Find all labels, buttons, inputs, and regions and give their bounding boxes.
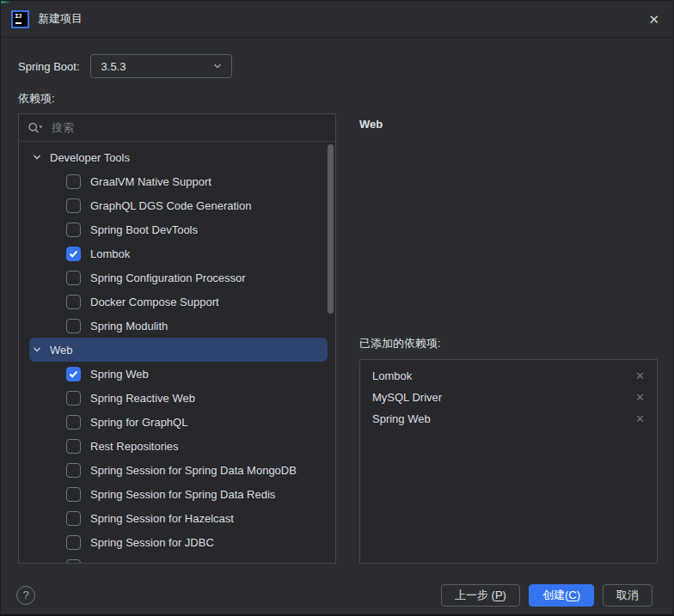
dependency-label: Lombok bbox=[90, 247, 130, 260]
dependency-item[interactable]: GraalVM Native Support bbox=[19, 169, 335, 193]
dependency-label: Spring Configuration Processor bbox=[90, 271, 246, 284]
group-label: Web bbox=[50, 344, 73, 357]
added-dependency-label: Lombok bbox=[372, 369, 412, 382]
button-text: 上一步 ( bbox=[455, 588, 495, 603]
checkbox[interactable] bbox=[66, 223, 81, 237]
checkbox[interactable] bbox=[66, 439, 81, 454]
dependency-label: GraalVM Native Support bbox=[90, 175, 211, 188]
selected-group-title: Web bbox=[359, 118, 383, 131]
group-label: Developer Tools bbox=[50, 151, 130, 164]
dependency-label: GraphQL DGS Code Generation bbox=[90, 199, 251, 212]
dependency-item[interactable]: Spring Session for Spring Data Redis bbox=[19, 482, 335, 506]
search-placeholder: 搜索 bbox=[52, 120, 74, 136]
chevron-down-icon bbox=[32, 152, 42, 162]
dependencies-panel: 搜索 Developer Tools GraalVM Native Suppor… bbox=[18, 113, 336, 564]
checkbox[interactable] bbox=[66, 487, 81, 502]
checkbox[interactable] bbox=[66, 463, 81, 478]
spring-boot-version-value: 3.5.3 bbox=[101, 60, 126, 73]
dependency-label: Spring Session for Hazelcast bbox=[90, 512, 234, 525]
dialog-footer: ? 上一步 (P) 创建(C) 取消 bbox=[1, 583, 673, 607]
added-dependency-label: Spring Web bbox=[372, 412, 431, 425]
logo-dash bbox=[15, 22, 21, 24]
dependency-label: Rest Repositories bbox=[90, 440, 179, 453]
dependency-item[interactable]: Docker Compose Support bbox=[19, 290, 335, 314]
added-dependency-label: MySQL Driver bbox=[372, 391, 442, 404]
checkbox[interactable] bbox=[66, 535, 81, 550]
dependency-label: Docker Compose Support bbox=[90, 296, 219, 308]
footer-buttons: 上一步 (P) 创建(C) 取消 bbox=[441, 584, 653, 607]
dependencies-tree: Developer Tools GraalVM Native Support G… bbox=[19, 142, 335, 563]
added-dependency-row[interactable]: Spring Web ✕ bbox=[360, 408, 657, 430]
dependency-item[interactable]: Rest Repositories HAL Explorer bbox=[19, 554, 335, 563]
dependency-item[interactable]: Spring Web bbox=[19, 362, 335, 386]
chevron-down-icon bbox=[32, 345, 42, 355]
dialog-title: 新建项目 bbox=[38, 11, 83, 27]
close-icon[interactable]: ✕ bbox=[648, 13, 659, 26]
search-history-arrow bbox=[39, 125, 42, 128]
dependency-item[interactable]: Spring for GraphQL bbox=[19, 410, 335, 434]
remove-icon[interactable]: ✕ bbox=[635, 413, 645, 424]
spring-boot-version-select[interactable]: 3.5.3 bbox=[90, 54, 232, 78]
logo-text: IJ bbox=[15, 12, 21, 20]
button-mnemonic: P bbox=[495, 589, 503, 601]
spring-boot-label: Spring Boot: bbox=[18, 60, 80, 73]
dependency-item[interactable]: Spring Modulith bbox=[19, 314, 335, 338]
titlebar: IJ 新建项目 ✕ bbox=[1, 1, 673, 38]
dependencies-label: 依赖项: bbox=[18, 91, 55, 107]
vertical-scrollbar[interactable] bbox=[328, 144, 334, 314]
dependency-label: Rest Repositories HAL Explorer bbox=[90, 560, 248, 564]
dependency-item[interactable]: Spring Boot DevTools bbox=[19, 217, 335, 241]
remove-icon[interactable]: ✕ bbox=[635, 370, 645, 381]
search-icon bbox=[28, 121, 44, 135]
checkbox[interactable] bbox=[66, 271, 81, 285]
dependency-item[interactable]: GraphQL DGS Code Generation bbox=[19, 193, 335, 217]
search-input[interactable]: 搜索 bbox=[19, 114, 335, 142]
cancel-button[interactable]: 取消 bbox=[603, 584, 653, 607]
dependency-item[interactable]: Rest Repositories bbox=[19, 434, 335, 458]
checkbox[interactable] bbox=[66, 391, 81, 406]
checkbox[interactable] bbox=[66, 367, 81, 381]
spring-boot-row: Spring Boot: 3.5.3 bbox=[18, 54, 232, 78]
dependency-label: Spring Session for JDBC bbox=[90, 536, 214, 549]
dependency-group-developer-tools[interactable]: Developer Tools bbox=[19, 145, 335, 169]
dependency-label: Spring Boot DevTools bbox=[90, 223, 198, 236]
dependency-item[interactable]: Spring Session for Spring Data MongoDB bbox=[19, 458, 335, 482]
button-mnemonic: C bbox=[568, 589, 576, 601]
button-text: ) bbox=[503, 589, 506, 601]
dependency-item[interactable]: Spring Reactive Web bbox=[19, 386, 335, 410]
previous-step-button[interactable]: 上一步 (P) bbox=[441, 584, 520, 607]
window-corner-artifact bbox=[1, 1, 11, 3]
added-dependencies-label: 已添加的依赖项: bbox=[359, 336, 441, 351]
dependency-label: Spring Session for Spring Data MongoDB bbox=[90, 464, 297, 477]
added-dependency-row[interactable]: MySQL Driver ✕ bbox=[360, 387, 657, 408]
dependency-label: Spring Session for Spring Data Redis bbox=[90, 488, 275, 501]
checkbox[interactable] bbox=[66, 511, 81, 526]
dependency-label: Spring Modulith bbox=[90, 320, 168, 332]
intellij-logo-icon: IJ bbox=[11, 10, 29, 28]
chevron-down-icon bbox=[212, 61, 223, 71]
dependency-label: Spring Web bbox=[90, 368, 149, 381]
new-project-dialog: IJ 新建项目 ✕ Spring Boot: 3.5.3 依赖项: 搜索 bbox=[0, 0, 674, 616]
checkbox[interactable] bbox=[66, 559, 81, 564]
dependency-item[interactable]: Spring Session for Hazelcast bbox=[19, 506, 335, 530]
dependency-label: Spring Reactive Web bbox=[90, 392, 195, 405]
checkbox[interactable] bbox=[66, 247, 81, 261]
checkbox[interactable] bbox=[66, 198, 81, 213]
checkbox[interactable] bbox=[66, 415, 81, 430]
dependency-item[interactable]: Spring Session for JDBC bbox=[19, 530, 335, 554]
checkbox[interactable] bbox=[66, 174, 81, 189]
dependency-item[interactable]: Spring Configuration Processor bbox=[19, 265, 335, 290]
button-text: ) bbox=[577, 589, 580, 601]
checkbox[interactable] bbox=[66, 295, 81, 309]
dependency-group-web[interactable]: Web bbox=[29, 338, 328, 362]
added-dependency-row[interactable]: Lombok ✕ bbox=[360, 365, 657, 387]
help-icon[interactable]: ? bbox=[16, 586, 35, 605]
button-text: 创建( bbox=[542, 588, 568, 603]
checkbox[interactable] bbox=[66, 319, 81, 333]
dependency-label: Spring for GraphQL bbox=[90, 416, 187, 429]
dependency-item[interactable]: Lombok bbox=[19, 241, 335, 265]
added-dependencies-panel: Lombok ✕ MySQL Driver ✕ Spring Web ✕ bbox=[359, 359, 658, 564]
create-button[interactable]: 创建(C) bbox=[529, 584, 594, 607]
remove-icon[interactable]: ✕ bbox=[635, 392, 645, 403]
